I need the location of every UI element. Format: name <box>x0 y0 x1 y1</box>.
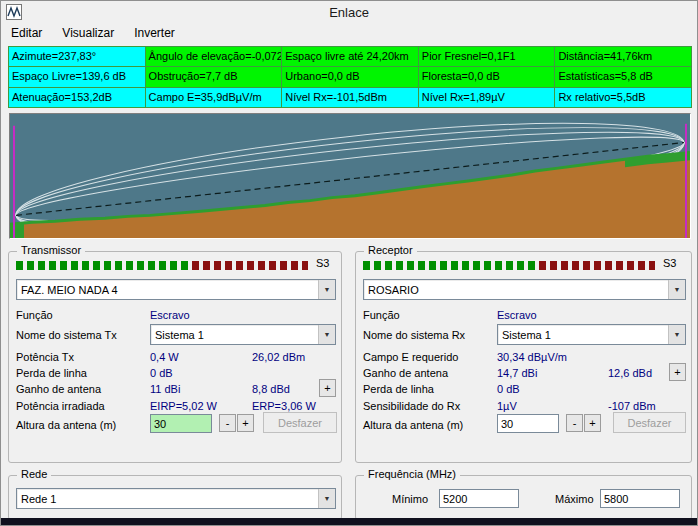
tx-signal-strength-label: S3 <box>316 257 329 269</box>
tx-antenna-gain-dbi: 11 dBi <box>150 383 180 395</box>
rx-sensitivity-label: Sensibilidade do Rx <box>363 400 460 412</box>
tx-signal-meter-red <box>192 261 308 270</box>
network-panel: Rede Rede 1 ▼ <box>8 475 342 520</box>
tx-line-loss-value: 0 dB <box>150 367 173 379</box>
frequency-max-input[interactable] <box>600 489 680 508</box>
tx-erp-value: ERP=3,06 W <box>252 400 316 412</box>
tx-eirp-value: EIRP=5,02 W <box>150 400 217 412</box>
rx-site-selected: ROSARIO <box>364 284 668 296</box>
rx-line-loss-label: Perda de linha <box>363 383 434 395</box>
network-panel-label: Rede <box>17 468 51 480</box>
profile-chart <box>9 113 691 239</box>
rx-required-field-label: Campo E requerido <box>363 351 458 363</box>
rx-function-label: Função <box>363 309 400 321</box>
title-bar: Enlace <box>1 1 697 23</box>
tx-height-increase-button[interactable]: + <box>237 414 254 432</box>
stat-forest: Floresta=0,0 dB <box>419 67 555 86</box>
stat-distance: Distância=41,76km <box>555 47 691 66</box>
frequency-max-label: Máximo <box>555 493 594 505</box>
menu-inverter[interactable]: Inverter <box>124 24 185 42</box>
network-select[interactable]: Rede 1 ▼ <box>16 488 336 509</box>
rx-sensitivity-uv: 1µV <box>497 400 517 412</box>
menu-bar: Editar Visualizar Inverter <box>1 23 697 43</box>
tx-antenna-height-label: Altura da antena (m) <box>16 419 116 431</box>
tx-power-dbm: 26,02 dBm <box>252 351 305 363</box>
menu-visualizar[interactable]: Visualizar <box>52 24 124 42</box>
window-title: Enlace <box>1 5 697 20</box>
rx-required-field-value: 30,34 dBµV/m <box>497 351 567 363</box>
transmitter-panel-label: Transmissor <box>17 244 85 256</box>
rx-system-label: Nome do sistema Rx <box>363 329 465 341</box>
rx-sensitivity-dbm: -107 dBm <box>608 400 656 412</box>
tx-power-label: Potência Tx <box>16 351 74 363</box>
stat-worst-fresnel: Pior Fresnel=0,1F1 <box>419 47 555 66</box>
tx-signal-meter <box>16 261 308 270</box>
desktop-edge <box>1 518 697 525</box>
stat-rx-level-dbm: Nível Rx=-101,5dBm <box>282 88 418 107</box>
stat-free-space-loss: Espaço Livre=139,6 dB <box>9 67 145 86</box>
rx-system-selected: Sistema 1 <box>498 329 668 341</box>
stat-urban: Urbano=0,0 dB <box>282 67 418 86</box>
rx-height-decrease-button[interactable]: - <box>566 414 583 432</box>
rx-line-loss-value: 0 dB <box>497 383 520 395</box>
frequency-panel: Frequência (MHz) Mínimo Máximo <box>355 475 692 520</box>
rx-antenna-height-label: Altura da antena (m) <box>363 419 463 431</box>
transmitter-panel: Transmissor S3 FAZ. MEIO NADA 4 ▼ Função… <box>8 251 342 463</box>
menu-editar[interactable]: Editar <box>1 24 52 42</box>
receiver-panel-label: Receptor <box>364 244 417 256</box>
tx-line-loss-label: Perda de linha <box>16 367 87 379</box>
rx-antenna-pattern-button[interactable]: + <box>669 363 686 381</box>
network-selected: Rede 1 <box>17 493 318 505</box>
tx-height-decrease-button[interactable]: - <box>219 414 236 432</box>
rx-signal-meter-green <box>363 261 539 270</box>
tx-system-select[interactable]: Sistema 1 ▼ <box>150 324 336 345</box>
tx-undo-button[interactable]: Desfazer <box>263 412 337 433</box>
tx-system-dropdown-icon[interactable]: ▼ <box>318 325 335 344</box>
app-icon <box>6 4 22 20</box>
tx-site-dropdown-icon[interactable]: ▼ <box>318 280 335 299</box>
rx-system-dropdown-icon[interactable]: ▼ <box>668 325 685 344</box>
stat-attenuation: Atenuação=153,2dB <box>9 88 145 107</box>
tx-antenna-gain-dbd: 8,8 dBd <box>252 383 290 395</box>
stat-azimuth: Azimute=237,83° <box>9 47 145 66</box>
rx-height-increase-button[interactable]: + <box>584 414 601 432</box>
rx-antenna-gain-label: Ganho de antena <box>363 367 448 379</box>
rx-signal-meter-red <box>539 261 655 270</box>
rx-antenna-gain-dbd: 12,6 dBd <box>608 367 652 379</box>
stat-free-space-distance: Espaço livre até 24,20km <box>282 47 418 66</box>
tx-radiated-power-label: Potência irradiada <box>16 400 105 412</box>
stat-e-field: Campo E=35,9dBµV/m <box>146 88 282 107</box>
rx-signal-meter <box>363 261 655 270</box>
rx-antenna-height-input[interactable] <box>497 414 559 433</box>
tx-antenna-pattern-button[interactable]: + <box>319 379 336 397</box>
rx-undo-button[interactable]: Desfazer <box>613 412 686 433</box>
stat-obstruction: Obstrução=7,7 dB <box>146 67 282 86</box>
network-dropdown-icon[interactable]: ▼ <box>318 489 335 508</box>
stat-elevation-angle: Ângulo de elevação=-0,072° <box>146 47 282 66</box>
tx-signal-meter-green <box>16 261 192 270</box>
tx-antenna-gain-label: Ganho de antena <box>16 383 101 395</box>
frequency-panel-label: Frequência (MHz) <box>364 468 460 480</box>
rx-system-select[interactable]: Sistema 1 ▼ <box>497 324 686 345</box>
frequency-min-input[interactable] <box>439 489 519 508</box>
stat-statistics: Estatísticas=5,8 dB <box>555 67 691 86</box>
stat-rx-relative: Rx relativo=5,5dB <box>555 88 691 107</box>
link-window: Enlace Editar Visualizar Inverter Azimut… <box>0 0 698 526</box>
rx-site-dropdown-icon[interactable]: ▼ <box>668 280 685 299</box>
tx-site-selected: FAZ. MEIO NADA 4 <box>17 284 318 296</box>
tx-function-label: Função <box>16 309 53 321</box>
rx-antenna-gain-dbi: 14,7 dBi <box>497 367 537 379</box>
tx-system-selected: Sistema 1 <box>151 329 318 341</box>
tx-site-select[interactable]: FAZ. MEIO NADA 4 ▼ <box>16 279 336 300</box>
tx-function-value: Escravo <box>150 309 190 321</box>
tx-system-label: Nome do sistema Tx <box>16 329 117 341</box>
rx-signal-strength-label: S3 <box>663 257 676 269</box>
stat-rx-level-uv: Nível Rx=1,89µV <box>419 88 555 107</box>
receiver-panel: Receptor S3 ROSARIO ▼ Função Escravo Nom… <box>355 251 692 463</box>
tx-antenna-height-input[interactable] <box>150 414 212 433</box>
rx-function-value: Escravo <box>497 309 537 321</box>
rx-site-select[interactable]: ROSARIO ▼ <box>363 279 686 300</box>
vegetation-patch-left <box>10 223 24 238</box>
frequency-min-label: Mínimo <box>392 493 428 505</box>
tx-power-watts: 0,4 W <box>150 351 179 363</box>
